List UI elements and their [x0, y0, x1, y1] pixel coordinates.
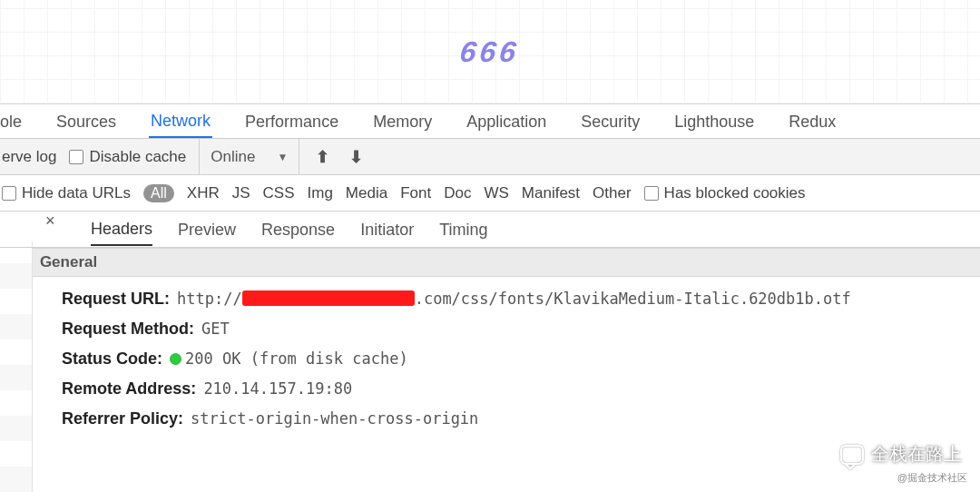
- download-har-icon[interactable]: ⬇: [346, 147, 367, 167]
- tab-application[interactable]: Application: [465, 105, 548, 138]
- subtab-headers[interactable]: Headers: [91, 212, 152, 246]
- subtab-timing[interactable]: Timing: [439, 213, 487, 246]
- label-remote-address: Remote Address:: [62, 379, 196, 399]
- filter-js[interactable]: JS: [232, 184, 250, 202]
- filter-other[interactable]: Other: [593, 184, 632, 202]
- section-general-header[interactable]: ▼ General: [0, 248, 980, 277]
- hide-data-urls-checkbox[interactable]: Hide data URLs: [2, 184, 131, 202]
- label-request-method: Request Method:: [62, 320, 194, 339]
- subtab-initiator[interactable]: Initiator: [360, 213, 414, 246]
- row-referrer-policy: Referrer Policy: strict-origin-when-cros…: [62, 404, 980, 434]
- wechat-icon: [840, 445, 864, 465]
- row-request-url: Request URL: http://.com/css/fonts/Klavi…: [62, 284, 980, 314]
- filter-media[interactable]: Media: [346, 184, 387, 202]
- upload-har-icon[interactable]: ⬆: [312, 147, 333, 167]
- hide-data-urls-label: Hide data URLs: [22, 184, 131, 202]
- subtab-response[interactable]: Response: [261, 213, 335, 246]
- label-request-url: Request URL:: [62, 290, 170, 309]
- value-remote-address: 210.14.157.19:80: [203, 379, 352, 398]
- network-filter-bar: Hide data URLs All XHR JS CSS Img Media …: [0, 175, 980, 212]
- filter-manifest[interactable]: Manifest: [522, 184, 580, 202]
- preserve-log-label: erve log: [2, 148, 56, 166]
- preview-text: 666: [458, 35, 523, 69]
- tab-redux[interactable]: Redux: [787, 105, 838, 138]
- tab-lighthouse[interactable]: Lighthouse: [672, 105, 756, 138]
- tab-console[interactable]: ole: [0, 105, 24, 138]
- subtab-preview[interactable]: Preview: [178, 213, 236, 246]
- section-general-label: General: [40, 253, 97, 271]
- request-list-sliver: [0, 241, 33, 492]
- throttling-select[interactable]: Online ▼: [199, 139, 299, 174]
- chevron-down-icon: ▼: [277, 151, 288, 163]
- filter-ws[interactable]: WS: [484, 184, 508, 202]
- has-blocked-label: Has blocked cookies: [664, 184, 806, 202]
- filter-img[interactable]: Img: [308, 184, 333, 202]
- watermark: 全栈在路上: [840, 442, 962, 467]
- value-request-url: http://.com/css/fonts/KlavikaMedium-Ital…: [177, 290, 851, 308]
- general-list: Request URL: http://.com/css/fonts/Klavi…: [0, 277, 980, 434]
- filter-css[interactable]: CSS: [263, 184, 295, 202]
- page-preview: 666: [0, 0, 980, 104]
- watermark-small: @掘金技术社区: [897, 471, 967, 485]
- close-details-icon[interactable]: ×: [45, 212, 55, 231]
- redacted-host: [242, 290, 415, 306]
- value-status-code: 200 OK (from disk cache): [170, 349, 408, 368]
- filter-all[interactable]: All: [143, 184, 174, 202]
- status-dot-icon: [170, 353, 181, 365]
- label-referrer-policy: Referrer Policy:: [62, 409, 183, 428]
- value-referrer-policy: strict-origin-when-cross-origin: [191, 409, 478, 428]
- request-detail-tabs: Headers Preview Response Initiator Timin…: [0, 212, 980, 248]
- tab-performance[interactable]: Performance: [243, 105, 340, 138]
- disable-cache-label: Disable cache: [89, 148, 186, 166]
- row-request-method: Request Method: GET: [62, 314, 980, 344]
- label-status-code: Status Code:: [62, 349, 162, 369]
- devtools-tab-bar: ole Sources Network Performance Memory A…: [0, 104, 980, 139]
- filter-doc[interactable]: Doc: [444, 184, 471, 202]
- network-toolbar: erve log Disable cache Online ▼ ⬆ ⬇: [0, 139, 980, 175]
- row-status-code: Status Code: 200 OK (from disk cache): [62, 344, 980, 374]
- tab-memory[interactable]: Memory: [371, 105, 434, 138]
- disable-cache-checkbox[interactable]: Disable cache: [69, 148, 186, 166]
- tab-network[interactable]: Network: [149, 104, 212, 138]
- checkbox-icon: [644, 186, 659, 201]
- tab-sources[interactable]: Sources: [54, 105, 118, 138]
- watermark-text: 全栈在路上: [871, 442, 962, 467]
- checkbox-icon: [69, 150, 83, 164]
- throttling-value: Online: [211, 148, 255, 166]
- filter-xhr[interactable]: XHR: [187, 184, 220, 202]
- checkbox-icon: [2, 186, 16, 201]
- tab-security[interactable]: Security: [579, 105, 642, 138]
- row-remote-address: Remote Address: 210.14.157.19:80: [62, 374, 980, 404]
- value-request-method: GET: [201, 320, 230, 338]
- filter-font[interactable]: Font: [400, 184, 431, 202]
- has-blocked-cookies-checkbox[interactable]: Has blocked cookies: [644, 184, 806, 202]
